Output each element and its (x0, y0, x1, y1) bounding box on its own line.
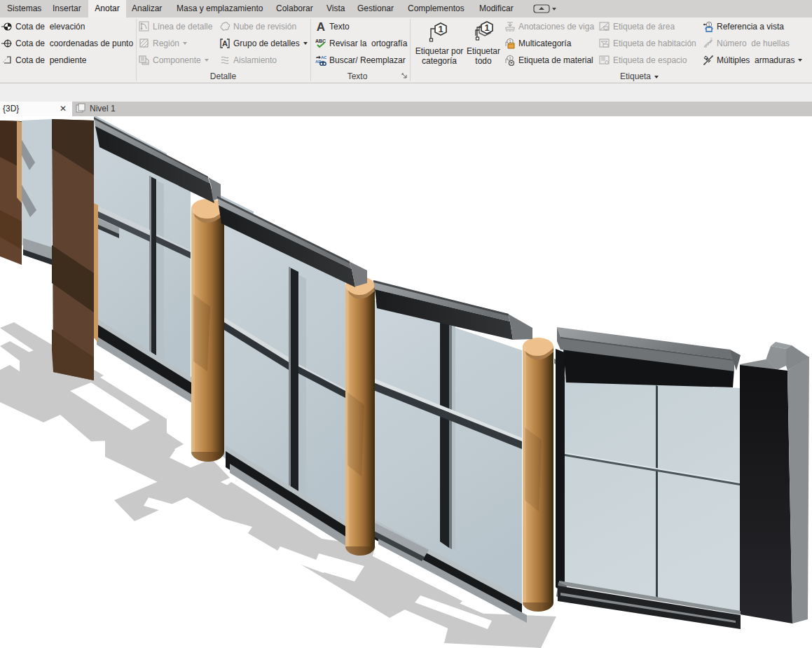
svg-text:A: A (317, 21, 325, 32)
svg-text:1: 1 (509, 56, 511, 60)
svg-text:1: 1 (484, 22, 489, 33)
svg-text:AC: AC (321, 55, 326, 60)
svg-text:1: 1 (438, 24, 443, 34)
svg-text:AB: AB (315, 60, 322, 64)
svg-text:A: A (222, 39, 228, 48)
